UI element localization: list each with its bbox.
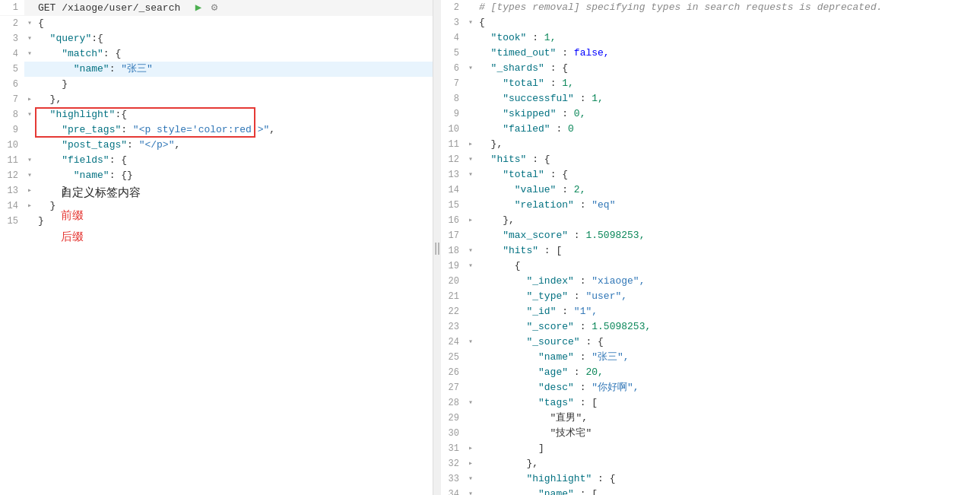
line-number: 14	[441, 182, 465, 198]
line-content: },	[35, 92, 433, 107]
line-content: "name" : "张三",	[476, 350, 980, 365]
line-content: },	[476, 456, 980, 471]
line-content: "直男",	[476, 411, 980, 426]
fold-arrow[interactable]: ▾	[465, 335, 476, 350]
table-row: 7 "total" : 1,	[441, 76, 980, 91]
line-content: "query":{	[35, 31, 433, 46]
table-row: 13▾ "total" : {	[441, 167, 980, 182]
table-row: 20 "_index" : "xiaoge",	[441, 274, 980, 289]
table-row: 14 "value" : 2,	[441, 182, 980, 198]
table-row: 18▾ "hits" : [	[441, 243, 980, 259]
line-content: "_shards" : {	[476, 61, 980, 76]
table-row: 31▸ ]	[441, 441, 980, 456]
line-content: "highlight" : {	[476, 471, 980, 487]
line-content: "desc" : "你好啊",	[476, 380, 980, 395]
table-row: 3▾ "query":{	[0, 31, 433, 46]
line-number: 31	[441, 441, 465, 456]
line-content: "hits" : [	[476, 243, 980, 259]
line-number: 26	[441, 365, 465, 380]
table-row: 12▾ "hits" : {	[441, 152, 980, 167]
fold-arrow[interactable]: ▾	[24, 16, 35, 31]
line-content: "took" : 1,	[476, 30, 980, 46]
table-row: 6 }	[0, 77, 433, 92]
line-number: 3	[0, 31, 24, 46]
line-number: 20	[441, 274, 465, 289]
line-number: 13	[441, 167, 465, 182]
fold-arrow[interactable]: ▸	[24, 198, 35, 214]
table-row: 10 "failed" : 0	[441, 122, 980, 137]
fold-arrow[interactable]: ▾	[465, 395, 476, 411]
annotation-area: 自定义标签内容 前缀 后缀	[38, 168, 433, 264]
line-content: "total" : 1,	[476, 76, 980, 91]
fold-arrow[interactable]: ▾	[465, 167, 476, 182]
fold-arrow[interactable]: ▸	[24, 92, 35, 107]
fold-arrow[interactable]: ▾	[465, 61, 476, 76]
fold-arrow[interactable]: ▾	[24, 107, 35, 122]
table-row: 19▾ {	[441, 259, 980, 274]
pane-divider[interactable]: ‖	[433, 0, 441, 495]
right-pane: 2 # [types removal] specifying types in …	[441, 0, 980, 495]
fold-arrow[interactable]: ▾	[24, 46, 35, 62]
line-number: 2	[0, 16, 24, 31]
table-row: 29 "直男",	[441, 411, 980, 426]
table-row: 26 "age" : 20,	[441, 365, 980, 380]
fold-arrow[interactable]: ▾	[24, 153, 35, 168]
annotation-prefix: 前缀	[61, 206, 425, 224]
line-number: 6	[0, 77, 24, 92]
table-row: 4 "took" : 1,	[441, 30, 980, 46]
line-content: "_index" : "xiaoge",	[476, 274, 980, 289]
table-row: 16▸ },	[441, 213, 980, 228]
line-content: "relation" : "eq"	[476, 198, 980, 213]
line-number: 5	[0, 62, 24, 77]
line-number: 15	[0, 214, 24, 229]
run-icon[interactable]: ▶	[195, 2, 201, 14]
fold-arrow[interactable]: ▸	[465, 213, 476, 228]
right-code-area: 2 # [types removal] specifying types in …	[441, 0, 980, 495]
line-number: 11	[0, 153, 24, 168]
table-row: 27 "desc" : "你好啊",	[441, 380, 980, 395]
line-number: 16	[441, 213, 465, 228]
line-number: 12	[0, 168, 24, 183]
line-number: 19	[441, 259, 465, 274]
line-content: GET /xiaoge/user/_search ▶ ⚙	[35, 0, 433, 16]
line-content: {	[476, 15, 980, 30]
table-row: 23 "_score" : 1.5098253,	[441, 319, 980, 335]
table-row: 21 "_type" : "user",	[441, 289, 980, 304]
line-number: 4	[0, 46, 24, 62]
fold-arrow[interactable]: ▾	[465, 152, 476, 167]
line-number: 7	[0, 92, 24, 107]
annotation-title: 自定义标签内容	[61, 183, 425, 201]
line-content: # [types removal] specifying types in se…	[476, 0, 980, 15]
table-row: 8 "successful" : 1,	[441, 91, 980, 106]
line-number: 14	[0, 198, 24, 214]
fold-arrow[interactable]: ▸	[465, 441, 476, 456]
fold-arrow[interactable]: ▸	[24, 183, 35, 198]
line-content: "name": "张三"	[35, 62, 433, 77]
line-number: 24	[441, 335, 465, 350]
fold-arrow[interactable]: ▸	[465, 456, 476, 471]
fold-arrow[interactable]: ▾	[465, 487, 476, 495]
table-row: 30 "技术宅"	[441, 426, 980, 441]
fold-arrow[interactable]: ▾	[24, 31, 35, 46]
fold-arrow[interactable]: ▾	[24, 168, 35, 183]
fold-arrow[interactable]: ▾	[465, 15, 476, 30]
fold-arrow[interactable]: ▾	[465, 243, 476, 259]
table-row: 17 "max_score" : 1.5098253,	[441, 228, 980, 243]
fold-arrow[interactable]: ▸	[465, 137, 476, 152]
line-content: "tags" : [	[476, 395, 980, 411]
line-content: }	[35, 77, 433, 92]
table-row: 10 "post_tags": "</p>",	[0, 138, 433, 153]
fold-arrow[interactable]: ▾	[465, 471, 476, 487]
line-number: 1	[0, 0, 24, 15]
line-content: "fields": {	[35, 153, 433, 168]
line-content: "total" : {	[476, 167, 980, 182]
line-number: 9	[0, 122, 24, 138]
line-content: "_id" : "1",	[476, 304, 980, 319]
table-row: 4▾ "match": {	[0, 46, 433, 62]
line-content: "max_score" : 1.5098253,	[476, 228, 980, 243]
table-row: 9 "skipped" : 0,	[441, 106, 980, 122]
fold-arrow[interactable]: ▾	[465, 259, 476, 274]
table-row: 33▾ "highlight" : {	[441, 471, 980, 487]
settings-icon[interactable]: ⚙	[205, 2, 217, 14]
line-number: 32	[441, 456, 465, 471]
